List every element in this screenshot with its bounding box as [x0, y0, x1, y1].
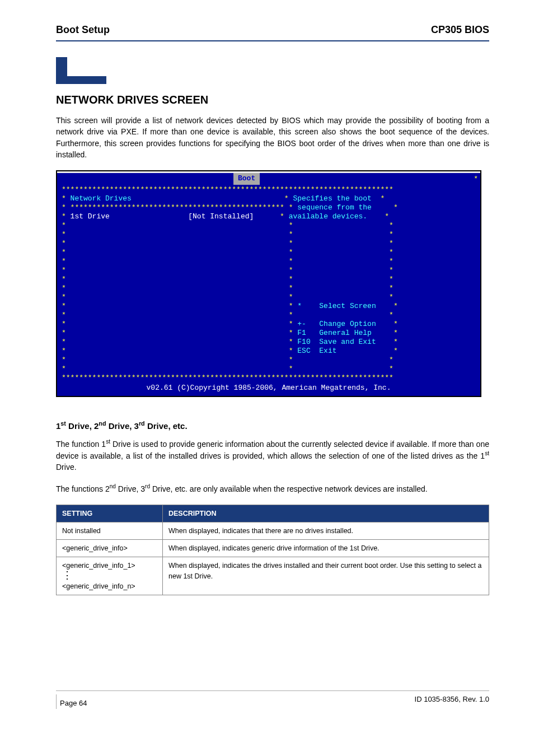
section-paragraph: This screen will provide a list of netwo…: [56, 115, 489, 160]
page-number: Page 64: [60, 698, 87, 709]
vertical-dots-icon: ⋮: [62, 573, 72, 577]
bios-footer: v02.61 (C)Copyright 1985-2006, American …: [57, 382, 480, 396]
settings-table: SETTING DESCRIPTION Not installed When d…: [56, 505, 489, 595]
bios-screenshot: Boot * *********************************…: [56, 170, 481, 397]
bios-tab-boot: Boot: [233, 173, 260, 185]
table-row: <generic_drive_info> When displayed, ind…: [57, 540, 489, 557]
svg-rect-2: [56, 76, 106, 84]
svg-rect-1: [56, 57, 67, 76]
bios-tab-row: Boot *: [57, 173, 480, 185]
col-description: DESCRIPTION: [163, 505, 489, 522]
page-header: Boot Setup CP305 BIOS: [56, 22, 489, 37]
drive-paragraph-1: The function 1st Drive is used to provid…: [56, 438, 489, 473]
table-row: <generic_drive_info_1> ⋮ <generic_drive_…: [57, 557, 489, 595]
drive-subheading: 1st Drive, 2nd Drive, 3rd Drive, etc.: [56, 419, 489, 432]
bios-first-drive-label[interactable]: 1st Drive: [71, 212, 110, 221]
drive-paragraph-2: The functions 2nd Drive, 3rd Drive, etc.…: [56, 483, 489, 494]
section-heading: NETWORK DRIVES SCREEN: [56, 92, 489, 108]
header-right: CP305 BIOS: [431, 22, 489, 37]
doc-id: ID 1035-8356, Rev. 1.0: [415, 694, 489, 709]
bios-group: Network Drives: [71, 194, 132, 203]
col-setting: SETTING: [57, 505, 163, 522]
table-row: Not installed When displayed, indicates …: [57, 522, 489, 540]
bios-first-drive-value[interactable]: [Not Installed]: [188, 212, 254, 221]
header-rule: [56, 40, 489, 41]
page-footer: Page 64 ID 1035-8356, Rev. 1.0: [56, 690, 489, 709]
brand-logo: [56, 57, 106, 84]
header-left: Boot Setup: [56, 22, 110, 37]
